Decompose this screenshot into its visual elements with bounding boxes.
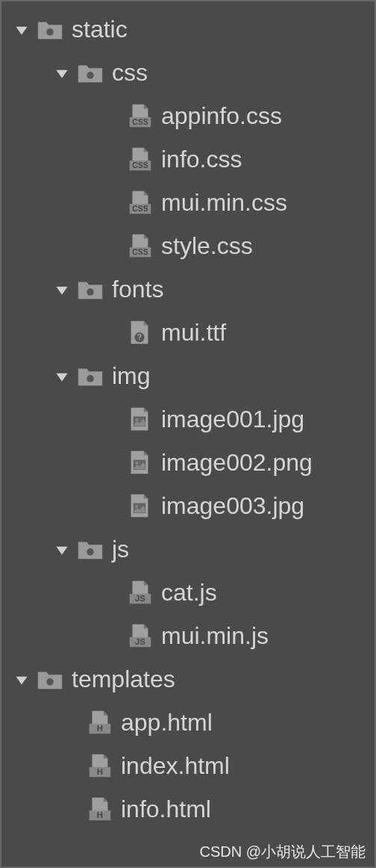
tree-item-label: js — [112, 536, 129, 563]
file-tree: staticcssCSSappinfo.cssCSSinfo.cssCSSmui… — [1, 1, 375, 831]
svg-point-0 — [46, 28, 54, 36]
svg-text:CSS: CSS — [132, 248, 148, 256]
svg-text:?: ? — [137, 333, 142, 341]
folder-icon — [76, 362, 104, 390]
tree-folder[interactable]: css — [1, 51, 375, 94]
tree-file[interactable]: CSSstyle.css — [1, 224, 375, 267]
js-icon: JS — [125, 621, 154, 650]
tree-item-label: mui.ttf — [161, 319, 226, 347]
chevron-down-icon[interactable] — [52, 366, 72, 385]
tree-item-label: app.html — [121, 709, 213, 737]
svg-text:CSS: CSS — [132, 161, 148, 170]
svg-text:H: H — [97, 767, 103, 776]
folder-icon — [36, 665, 64, 693]
chevron-down-icon[interactable] — [52, 539, 72, 559]
svg-text:H: H — [97, 724, 103, 733]
tree-item-label: css — [112, 59, 148, 87]
tree-file[interactable]: JSmui.min.js — [1, 614, 375, 657]
tree-item-label: cat.js — [161, 579, 217, 607]
image-icon — [125, 492, 154, 520]
tree-file[interactable]: JScat.js — [1, 571, 375, 614]
image-icon — [125, 448, 154, 477]
html-icon: H — [85, 708, 113, 737]
font-icon: ? — [125, 318, 154, 347]
chevron-down-icon[interactable] — [12, 19, 31, 39]
tree-item-label: info.css — [161, 146, 242, 173]
css-icon: CSS — [125, 145, 154, 173]
folder-icon — [76, 535, 104, 563]
svg-point-13 — [87, 375, 94, 382]
tree-item-label: mui.min.css — [161, 189, 287, 217]
watermark: CSDN @小胡说人工智能 — [199, 842, 366, 862]
svg-point-25 — [46, 678, 54, 686]
tree-item-label: image003.jpg — [161, 492, 304, 520]
tree-item-label: image002.png — [161, 449, 313, 477]
chevron-down-icon[interactable] — [52, 63, 72, 82]
tree-item-label: fonts — [112, 276, 163, 303]
tree-item-label: templates — [72, 666, 175, 693]
tree-folder[interactable]: img — [1, 354, 375, 397]
svg-text:H: H — [97, 810, 103, 819]
html-icon: H — [85, 795, 113, 823]
tree-file[interactable]: ?mui.ttf — [1, 311, 375, 354]
svg-point-17 — [135, 462, 138, 465]
folder-icon — [76, 275, 104, 303]
tree-item-label: static — [72, 16, 128, 43]
tree-item-label: index.html — [121, 752, 230, 780]
tree-item-label: appinfo.css — [161, 102, 282, 130]
tree-file[interactable]: Happ.html — [1, 701, 375, 744]
folder-icon — [36, 15, 64, 43]
svg-point-10 — [87, 288, 94, 296]
svg-text:JS: JS — [135, 594, 145, 603]
svg-point-1 — [87, 72, 94, 79]
chevron-down-icon[interactable] — [52, 279, 72, 299]
tree-file[interactable]: Hindex.html — [1, 744, 375, 787]
svg-text:JS: JS — [135, 637, 145, 646]
svg-point-19 — [135, 505, 138, 508]
tree-file[interactable]: CSSinfo.css — [1, 137, 375, 181]
folder-icon — [76, 58, 104, 87]
tree-folder[interactable]: js — [1, 527, 375, 571]
tree-item-label: style.css — [161, 232, 253, 260]
tree-file[interactable]: CSSmui.min.css — [1, 181, 375, 224]
css-icon: CSS — [125, 232, 154, 260]
tree-file[interactable]: image003.jpg — [1, 484, 375, 527]
svg-text:CSS: CSS — [132, 205, 148, 213]
tree-item-label: mui.min.js — [161, 622, 269, 650]
svg-point-20 — [87, 548, 94, 556]
svg-point-15 — [135, 418, 138, 421]
tree-file[interactable]: Hinfo.html — [1, 787, 375, 831]
svg-text:CSS: CSS — [132, 118, 148, 126]
html-icon: H — [85, 751, 113, 780]
tree-item-label: image001.jpg — [161, 406, 304, 433]
tree-file[interactable]: CSSappinfo.css — [1, 94, 375, 137]
tree-file[interactable]: image001.jpg — [1, 397, 375, 441]
tree-folder[interactable]: templates — [1, 657, 375, 701]
tree-folder[interactable]: static — [1, 7, 375, 51]
tree-folder[interactable]: fonts — [1, 267, 375, 311]
tree-file[interactable]: image002.png — [1, 441, 375, 484]
js-icon: JS — [125, 578, 154, 607]
chevron-down-icon[interactable] — [12, 669, 31, 689]
image-icon — [125, 405, 154, 433]
css-icon: CSS — [125, 188, 154, 217]
tree-item-label: img — [112, 362, 151, 390]
tree-item-label: info.html — [121, 796, 211, 823]
css-icon: CSS — [125, 102, 154, 130]
